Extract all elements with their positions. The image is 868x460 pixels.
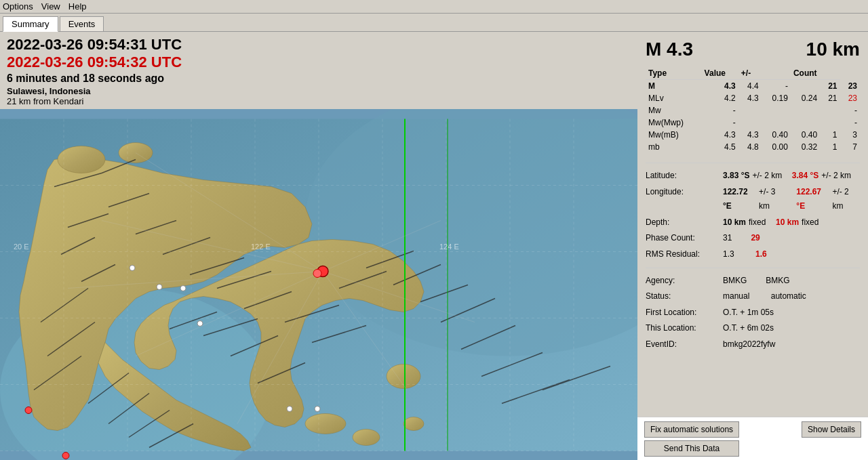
cnt2-mwmb: 3 <box>840 129 860 141</box>
pm1-m: - <box>762 80 791 93</box>
depth-label: Depth: <box>646 215 720 230</box>
val2-mlv: 4.3 <box>738 92 762 104</box>
col-type: Type <box>646 67 702 80</box>
latitude-pm2: +/- 2 km <box>821 169 851 184</box>
event-id-label: EventID: <box>646 337 720 352</box>
latitude-label: Latitude: <box>646 169 720 184</box>
type-mb: mb <box>646 141 702 153</box>
cnt1-mb: 1 <box>820 141 840 153</box>
mag-header: M 4.3 10 km <box>646 39 860 60</box>
map-container[interactable]: 20 E 122 E 124 E <box>0 109 637 460</box>
longitude-row: Longitude: 122.72 °E +/- 3 km 122.67 °E … <box>646 185 860 214</box>
phase-count-val2: 29 <box>751 231 760 246</box>
col-pm: +/- <box>738 67 791 80</box>
latitude-val: 3.83 °S <box>723 169 750 184</box>
depth-fixed2: fixed <box>802 215 818 230</box>
first-loc-label: First Location: <box>646 306 720 320</box>
separator1 <box>646 163 860 163</box>
cnt2-mwmwp: - <box>840 117 860 129</box>
station-dot <box>180 286 186 291</box>
depth-val: 10 km <box>723 215 746 230</box>
val2-mwmwp <box>738 117 762 129</box>
fix-automatic-button[interactable]: Fix automatic solutions <box>644 421 739 438</box>
phase-count-val: 31 <box>723 231 732 246</box>
tabbar: Summary Events <box>0 14 868 32</box>
send-data-button[interactable]: Send This Data <box>644 440 739 457</box>
type-mlv: MLv <box>646 92 702 104</box>
val1-mwmb: 4.3 <box>702 129 738 141</box>
depth-row: Depth: 10 km fixed 10 km fixed <box>646 215 860 230</box>
show-details-button[interactable]: Show Details <box>802 421 861 438</box>
this-loc-label: This Location: <box>646 321 720 336</box>
time-ago: 6 minutes and 18 seconds ago <box>7 72 631 85</box>
this-loc-row: This Location: O.T. + 6m 02s <box>646 321 860 336</box>
val2-mw <box>738 104 762 117</box>
col-count: Count <box>791 67 840 80</box>
longitude-val2: 122.67 °E <box>796 185 829 214</box>
type-m: M <box>646 80 702 93</box>
agency-label: Agency: <box>646 274 720 289</box>
depth-display: 10 km <box>806 39 860 60</box>
event-id-val: bmkg2022fyfw <box>723 337 775 352</box>
menu-help[interactable]: Help <box>68 1 87 12</box>
svg-point-6 <box>403 417 424 431</box>
cnt1-mwmb: 1 <box>820 129 840 141</box>
type-mwmwp: Mw(Mwp) <box>646 117 702 129</box>
type-mwmb: Mw(mB) <box>646 129 702 141</box>
phase-count-row: Phase Count: 31 29 <box>646 231 860 246</box>
pm1-mw <box>762 104 791 117</box>
val1-mwmwp: - <box>702 117 738 129</box>
info-header: 2022-03-26 09:54:31 UTC 2022-03-26 09:54… <box>0 32 637 109</box>
table-row-mb: mb 4.5 4.8 0.00 0.32 1 7 <box>646 141 860 153</box>
tab-summary[interactable]: Summary <box>3 16 58 32</box>
cnt2-mlv: 23 <box>840 92 860 104</box>
right-footer: Fix automatic solutions Send This Data S… <box>637 417 868 460</box>
cnt2-mb: 7 <box>840 141 860 153</box>
agency-val: BMKG <box>723 274 747 289</box>
cnt1-mlv: 21 <box>820 92 840 104</box>
pm2-mw <box>791 104 820 117</box>
station-dot <box>130 266 135 271</box>
rms-label: RMS Residual: <box>646 247 720 262</box>
table-row-mw: Mw - - <box>646 104 860 117</box>
datetime-utc1: 2022-03-26 09:54:31 UTC <box>7 36 631 54</box>
station-dot <box>315 406 320 412</box>
pm1-mwmb: 0.40 <box>762 129 791 141</box>
location-name: Sulawesi, Indonesia <box>7 86 631 96</box>
station-dot <box>197 321 203 327</box>
menu-options[interactable]: Options <box>3 1 33 12</box>
rms-row: RMS Residual: 1.3 1.6 <box>646 247 860 262</box>
longitude-pm: +/- 3 km <box>759 185 787 214</box>
val2-mb: 4.8 <box>738 141 762 153</box>
pm1-mwmwp <box>762 117 791 129</box>
depth-fixed: fixed <box>749 215 766 230</box>
val1-mb: 4.5 <box>702 141 738 153</box>
pm1-mlv: 0.19 <box>762 92 791 104</box>
agency-info: Agency: BMKG BMKG Status: manual automat… <box>646 274 860 352</box>
cnt1-mw <box>820 104 840 117</box>
station-dot <box>287 406 292 412</box>
status-row: Status: manual automatic <box>646 289 860 304</box>
separator2 <box>646 268 860 268</box>
val2-mwmb: 4.3 <box>738 129 762 141</box>
rms-val2: 1.6 <box>755 247 767 262</box>
latitude-val2: 3.84 °S <box>792 169 819 184</box>
distance-from: 21 km from Kendari <box>7 96 631 106</box>
pm2-mlv: 0.24 <box>791 92 820 104</box>
station-dot-red <box>62 453 69 459</box>
col-value: Value <box>702 67 738 80</box>
menu-view[interactable]: View <box>41 1 60 12</box>
right-panel-wrapper: M 4.3 10 km Type Value +/- Count M 4.3 <box>637 32 868 460</box>
val1-m: 4.3 <box>702 80 738 93</box>
type-mw: Mw <box>646 104 702 117</box>
map-label-20e: 20 E <box>14 243 29 251</box>
table-row-m: M 4.3 4.4 - 21 23 <box>646 80 860 93</box>
svg-point-5 <box>353 430 380 446</box>
event-id-row: EventID: bmkg2022fyfw <box>646 337 860 352</box>
val2-m: 4.4 <box>738 80 762 93</box>
location-info: Latitude: 3.83 °S +/- 2 km 3.84 °S +/- 2… <box>646 169 860 262</box>
magnitude-table: Type Value +/- Count M 4.3 4.4 - 21 23 <box>646 67 860 153</box>
station-dot-red <box>25 407 32 414</box>
tab-events[interactable]: Events <box>60 16 104 31</box>
pm2-mwmb: 0.40 <box>791 129 820 141</box>
